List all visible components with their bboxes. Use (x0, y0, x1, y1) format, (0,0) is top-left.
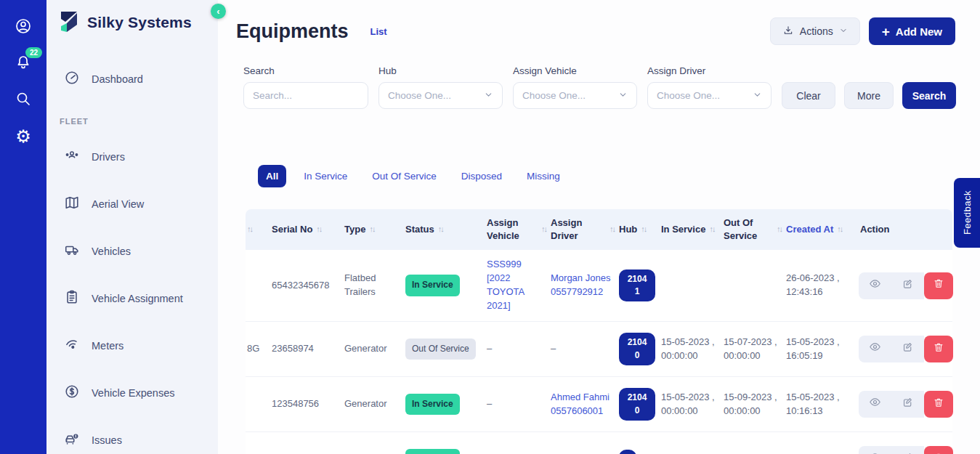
settings-button[interactable]: ⚙ (13, 126, 33, 147)
sidebar-item-aerial-view[interactable]: Aerial View (55, 185, 211, 223)
chevron-left-icon: ‹ (216, 6, 219, 17)
assign-driver-select-value: Choose One... (657, 90, 720, 101)
assign-vehicle-link[interactable]: SSS999 [2022 TOYOTA 2021] (487, 259, 525, 311)
sidebar-collapse-button[interactable]: ‹ (211, 4, 226, 19)
sidebar-item-drivers[interactable]: Drivers (55, 137, 211, 176)
status-badge: In Service (405, 394, 460, 415)
dashboard-icon (64, 70, 80, 88)
view-button[interactable] (859, 272, 891, 299)
profile-icon (15, 17, 32, 38)
delete-button[interactable] (924, 336, 953, 362)
feedback-button[interactable]: Feedback (954, 178, 980, 248)
hub-badge: 21040 (619, 388, 655, 421)
sort-icon[interactable]: ↑↓ (316, 224, 321, 235)
delete-button[interactable] (924, 272, 953, 299)
view-button[interactable] (859, 391, 891, 418)
table-header-row: ↑↓ Serial No↑↓ Type↑↓ Status↑↓ Assign Ve… (246, 209, 952, 250)
tab-disposed[interactable]: Disposed (454, 165, 509, 187)
cell-in-service: 15-05-2023 , 00:00:00 (660, 328, 722, 370)
cell-serial-no: 123548756 (270, 390, 343, 418)
sidebar-item-vehicles[interactable]: Vehicles (55, 232, 211, 270)
tab-all[interactable]: All (258, 165, 286, 187)
sort-icon[interactable]: ↑↓ (777, 224, 782, 235)
view-button[interactable] (859, 446, 891, 454)
download-icon (782, 25, 794, 38)
col-type: Type (344, 223, 365, 236)
trash-icon (933, 452, 944, 454)
search-input[interactable] (253, 90, 359, 101)
search-icon (15, 90, 32, 110)
icon-rail: 22 ⚙ (0, 0, 46, 454)
cell-assign-driver: – (549, 445, 617, 454)
assign-driver-link[interactable]: Morgan Jones 0557792912 (551, 272, 610, 297)
eye-icon (869, 277, 881, 294)
view-button[interactable] (859, 336, 891, 362)
delete-button[interactable] (924, 446, 953, 454)
edit-button[interactable] (891, 391, 924, 418)
chevron-down-icon (839, 25, 848, 37)
clear-button[interactable]: Clear (782, 82, 835, 109)
truck-icon (64, 242, 80, 260)
assign-vehicle-select-value: Choose One... (522, 90, 586, 101)
assign-driver-filter-label: Assign Driver (647, 65, 772, 76)
sort-icon[interactable]: ↑↓ (247, 224, 252, 235)
tab-out-of-service[interactable]: Out Of Service (365, 165, 444, 187)
cell-serial-no: 23658974 (270, 335, 343, 363)
cell-type: Box Truck (343, 445, 404, 454)
table-row: 65432345678 Flatbed Trailers In Service … (246, 250, 952, 322)
edit-button[interactable] (891, 272, 924, 299)
tab-in-service[interactable]: In Service (296, 165, 355, 187)
cell-assign-vehicle: – (485, 445, 549, 454)
sidebar-item-vehicle-expenses[interactable]: Vehicle Expenses (55, 373, 211, 412)
status-tabs: All In Service Out Of Service Disposed M… (258, 165, 955, 187)
notifications-button[interactable]: 22 (13, 54, 33, 74)
search-submit-button[interactable]: Search (902, 82, 956, 109)
sidebar-item-issues[interactable]: Issues (55, 421, 211, 454)
sort-icon[interactable]: ↑↓ (709, 224, 714, 235)
sort-icon[interactable]: ↑↓ (438, 224, 443, 235)
add-new-button[interactable]: + Add New (869, 17, 955, 45)
col-in-service: In Service (661, 223, 705, 236)
sidebar: Silky Systems Dashboard FLEET Drivers Ae… (46, 0, 218, 454)
col-assign-driver: Assign Driver (551, 216, 606, 243)
cell-created-at: 15-05-2023 , 16:05:19 (785, 328, 854, 370)
assign-vehicle-select[interactable]: Choose One... (513, 82, 637, 109)
filter-bar: Search Hub Choose One... Assign Vehicle … (236, 65, 955, 109)
actions-button[interactable]: Actions (770, 17, 860, 45)
sidebar-item-dashboard[interactable]: Dashboard (55, 60, 211, 98)
sort-icon[interactable]: ↑↓ (641, 224, 646, 235)
edit-button[interactable] (891, 446, 924, 454)
sort-icon[interactable]: ↑↓ (369, 224, 374, 235)
assign-driver-select[interactable]: Choose One... (647, 82, 772, 109)
dollar-icon (64, 384, 80, 402)
main-content: Equipments List Actions + Add New (218, 0, 980, 454)
global-search-button[interactable] (13, 90, 33, 110)
edit-button[interactable] (891, 336, 924, 362)
delete-button[interactable] (924, 391, 953, 418)
trash-icon (933, 277, 944, 293)
sidebar-item-label: Vehicle Expenses (92, 387, 174, 399)
actions-button-label: Actions (800, 25, 833, 37)
more-button[interactable]: More (844, 82, 894, 109)
cell-created-at: 16-01-2023 (785, 445, 854, 454)
sidebar-item-meters[interactable]: Meters (55, 326, 211, 365)
sidebar-section-fleet: FLEET (60, 117, 211, 126)
col-status: Status (405, 223, 434, 236)
col-hub: Hub (619, 223, 637, 236)
sidebar-item-label: Vehicles (92, 246, 131, 257)
assign-driver-link[interactable]: Ahmed Fahmi 0557606001 (551, 392, 610, 416)
tab-missing[interactable]: Missing (519, 165, 567, 187)
edit-icon (902, 451, 914, 454)
profile-button[interactable] (13, 17, 33, 38)
sidebar-item-vehicle-assignment[interactable]: Vehicle Assignment (55, 279, 211, 317)
sort-icon[interactable]: ↑↓ (837, 224, 842, 235)
search-filter-label: Search (243, 65, 368, 76)
sort-icon[interactable]: ↑↓ (541, 224, 546, 235)
breadcrumb[interactable]: List (370, 26, 387, 37)
hub-badge: 21041 (619, 269, 655, 302)
logo[interactable]: Silky Systems (55, 10, 211, 35)
hub-select[interactable]: Choose One... (378, 82, 503, 109)
status-badge: In Service (405, 275, 460, 296)
feedback-label: Feedback (962, 190, 973, 235)
sort-icon[interactable]: ↑↓ (610, 224, 615, 235)
